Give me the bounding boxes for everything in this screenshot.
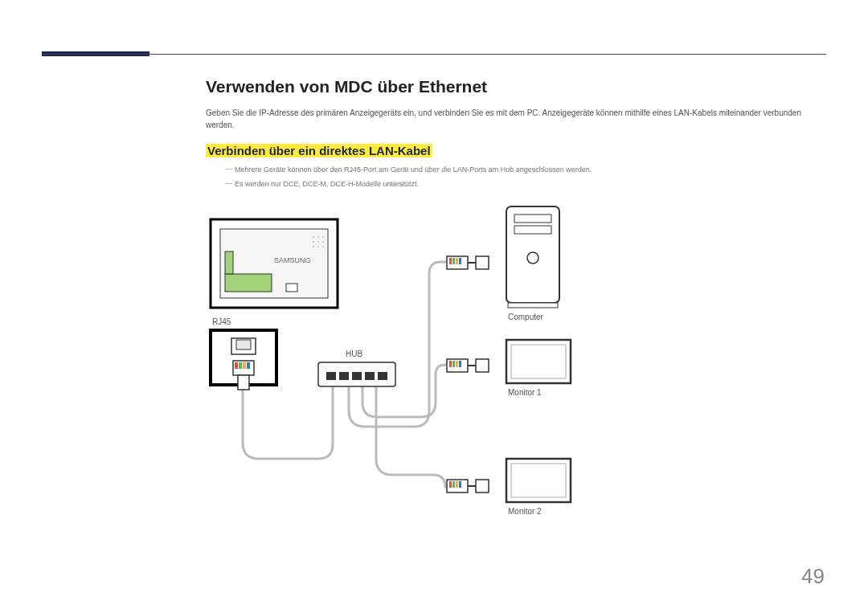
note-2: Es werden nur DCE, DCE-M, DCE-H-Modelle … [206, 178, 826, 190]
plug-monitor1-icon [447, 359, 489, 372]
document-page: Verwenden von MDC über Ethernet Geben Si… [0, 0, 868, 613]
svg-point-8 [317, 241, 319, 243]
svg-rect-56 [459, 481, 461, 488]
svg-rect-42 [511, 345, 566, 378]
svg-rect-36 [452, 258, 455, 264]
rj45-port-icon [211, 330, 276, 390]
svg-rect-38 [459, 258, 461, 264]
brand-label: SAMSUNG [274, 256, 311, 264]
svg-point-10 [313, 246, 314, 247]
svg-point-32 [527, 252, 538, 264]
svg-rect-3 [225, 251, 233, 274]
hub-icon [318, 362, 395, 386]
svg-rect-18 [235, 362, 238, 369]
svg-rect-53 [449, 481, 452, 488]
header-rule [42, 54, 826, 55]
svg-point-9 [322, 241, 324, 243]
svg-rect-2 [225, 274, 272, 292]
svg-rect-16 [236, 340, 251, 349]
device-rear-icon: SAMSUNG [211, 219, 338, 308]
svg-rect-48 [476, 359, 489, 372]
svg-point-7 [313, 241, 314, 243]
label-monitor2: Monitor 2 [508, 507, 542, 516]
svg-rect-28 [378, 372, 387, 380]
subheading: Verbinden über ein direktes LAN-Kabel [206, 144, 826, 157]
intro-text: Geben Sie die IP-Adresse des primären An… [206, 108, 826, 131]
svg-rect-24 [326, 372, 336, 380]
diagram-svg: SAMSUNG [206, 202, 592, 523]
svg-rect-26 [352, 372, 362, 380]
svg-rect-37 [456, 258, 458, 264]
svg-rect-21 [247, 362, 250, 369]
svg-rect-35 [449, 258, 452, 264]
svg-rect-54 [452, 481, 455, 488]
label-hub: HUB [346, 349, 362, 358]
subheading-highlight: Verbinden über ein direktes LAN-Kabel [206, 144, 432, 157]
label-computer: Computer [508, 313, 543, 321]
svg-rect-20 [243, 362, 246, 369]
content-column: Verwenden von MDC über Ethernet Geben Si… [206, 77, 826, 523]
svg-rect-44 [449, 361, 452, 367]
monitor2-icon [506, 459, 571, 502]
svg-rect-46 [456, 361, 458, 367]
monitor1-icon [506, 340, 571, 383]
label-monitor1: Monitor 1 [508, 388, 542, 397]
svg-rect-47 [459, 361, 461, 367]
svg-point-4 [313, 236, 314, 238]
label-rj45: RJ45 [212, 317, 231, 326]
svg-rect-19 [239, 362, 242, 369]
svg-rect-30 [514, 215, 551, 223]
svg-rect-55 [456, 481, 458, 488]
note-1: Mehrere Geräte können über den RJ45-Port… [206, 164, 826, 175]
svg-rect-13 [286, 284, 297, 292]
svg-rect-31 [514, 226, 551, 234]
page-number: 49 [801, 564, 825, 589]
svg-rect-39 [476, 256, 489, 269]
svg-rect-27 [365, 372, 375, 380]
svg-rect-51 [511, 464, 566, 497]
plug-computer-icon [447, 256, 489, 269]
svg-rect-25 [339, 372, 349, 380]
svg-point-11 [317, 246, 319, 247]
svg-point-6 [322, 236, 324, 238]
computer-icon [506, 206, 559, 308]
connection-diagram: SAMSUNG [206, 202, 592, 523]
svg-rect-45 [452, 361, 455, 367]
svg-rect-57 [476, 480, 489, 492]
svg-point-12 [322, 246, 324, 247]
plug-monitor2-icon [447, 480, 489, 492]
page-heading: Verwenden von MDC über Ethernet [206, 77, 826, 96]
svg-point-5 [317, 236, 319, 238]
svg-rect-22 [238, 375, 249, 390]
svg-rect-33 [508, 303, 558, 308]
